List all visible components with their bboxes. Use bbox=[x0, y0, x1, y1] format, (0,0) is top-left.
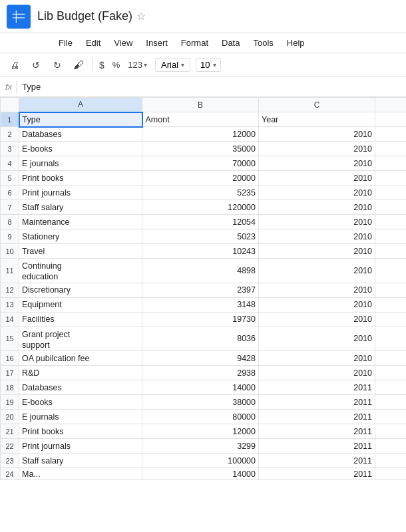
cell-type[interactable]: Stationery bbox=[19, 229, 142, 244]
cell-amount[interactable]: 2397 bbox=[142, 283, 259, 297]
cell-type[interactable]: Print books bbox=[19, 171, 142, 186]
col-c-header[interactable]: C bbox=[259, 98, 375, 112]
undo-button[interactable]: ↺ bbox=[27, 56, 45, 74]
cell-year[interactable]: 2010 bbox=[259, 229, 375, 244]
cell-amount[interactable]: 3299 bbox=[142, 439, 259, 454]
cell-type[interactable]: OA pubilcation fee bbox=[19, 351, 142, 366]
cell-year[interactable]: 2010 bbox=[259, 171, 375, 186]
cell-amount[interactable]: 14000 bbox=[142, 380, 259, 395]
percent-format-button[interactable]: % bbox=[110, 59, 123, 71]
cell-year[interactable]: 2010 bbox=[259, 127, 375, 142]
cell-amount[interactable]: 38000 bbox=[142, 395, 259, 410]
cell-year[interactable]: 2010 bbox=[259, 312, 375, 327]
cell-amount[interactable]: 10243 bbox=[142, 244, 259, 259]
table-row: 7Staff salary1200002010 bbox=[1, 200, 407, 215]
cell-amount[interactable]: 3148 bbox=[142, 297, 259, 312]
menu-format[interactable]: Format bbox=[176, 37, 214, 49]
cell-type[interactable]: R&D bbox=[19, 366, 142, 380]
cell-type[interactable]: E-books bbox=[19, 395, 142, 410]
cell-year[interactable]: 2010 bbox=[259, 244, 375, 259]
cell-type[interactable]: Maintenance bbox=[19, 215, 142, 229]
cell-type[interactable]: Facilities bbox=[19, 312, 142, 327]
cell-year[interactable]: 2010 bbox=[259, 142, 375, 156]
cell-empty bbox=[375, 142, 407, 156]
cell-type[interactable]: Discretionary bbox=[19, 283, 142, 297]
cell-amount[interactable]: 35000 bbox=[142, 142, 259, 156]
cell-year[interactable]: 2010 bbox=[259, 283, 375, 297]
table-row: 24Ma...140002011 bbox=[1, 468, 407, 480]
dollar-format-button[interactable]: $ bbox=[97, 59, 107, 72]
cell-year[interactable]: 2011 bbox=[259, 454, 375, 468]
cell-year[interactable]: 2010 bbox=[259, 156, 375, 171]
font-selector[interactable]: Arial ▾ bbox=[155, 58, 190, 72]
cell-amount[interactable]: 70000 bbox=[142, 156, 259, 171]
cell-amount[interactable]: Amont bbox=[142, 112, 259, 127]
cell-year[interactable]: 2011 bbox=[259, 380, 375, 395]
formula-content[interactable]: Type bbox=[22, 82, 41, 92]
cell-amount[interactable]: 8036 bbox=[142, 327, 259, 351]
col-a-header[interactable]: A bbox=[19, 98, 142, 112]
cell-type[interactable]: Staff salary bbox=[19, 200, 142, 215]
cell-type[interactable]: Equipment bbox=[19, 297, 142, 312]
print-button[interactable]: 🖨 bbox=[5, 56, 24, 74]
menu-view[interactable]: View bbox=[108, 37, 138, 49]
cell-amount[interactable]: 14000 bbox=[142, 468, 259, 480]
cell-year[interactable]: 2011 bbox=[259, 395, 375, 410]
menu-data[interactable]: Data bbox=[216, 37, 245, 49]
cell-year[interactable]: 2010 bbox=[259, 215, 375, 229]
cell-year[interactable]: 2011 bbox=[259, 439, 375, 454]
cell-year[interactable]: Year bbox=[259, 112, 375, 127]
cell-type[interactable]: Continuingeducation bbox=[19, 259, 142, 283]
cell-amount[interactable]: 5023 bbox=[142, 229, 259, 244]
cell-year[interactable]: 2010 bbox=[259, 297, 375, 312]
cell-amount[interactable]: 12054 bbox=[142, 215, 259, 229]
cell-type[interactable]: Staff salary bbox=[19, 454, 142, 468]
cell-type[interactable]: Databases bbox=[19, 127, 142, 142]
row-number: 6 bbox=[1, 186, 19, 200]
cell-amount[interactable]: 80000 bbox=[142, 410, 259, 424]
cell-year[interactable]: 2011 bbox=[259, 424, 375, 439]
cell-type[interactable]: Print journals bbox=[19, 439, 142, 454]
cell-amount[interactable]: 120000 bbox=[142, 200, 259, 215]
cell-year[interactable]: 2011 bbox=[259, 410, 375, 424]
cell-year[interactable]: 2010 bbox=[259, 259, 375, 283]
cell-year[interactable]: 2010 bbox=[259, 327, 375, 351]
cell-amount[interactable]: 12000 bbox=[142, 127, 259, 142]
cell-type[interactable]: E-books bbox=[19, 142, 142, 156]
cell-amount[interactable]: 20000 bbox=[142, 171, 259, 186]
cell-type[interactable]: E journals bbox=[19, 410, 142, 424]
font-size-selector[interactable]: 10 ▾ bbox=[196, 58, 220, 72]
col-b-header[interactable]: B bbox=[142, 98, 259, 112]
cell-amount[interactable]: 4898 bbox=[142, 259, 259, 283]
cell-year[interactable]: 2010 bbox=[259, 200, 375, 215]
cell-amount[interactable]: 19730 bbox=[142, 312, 259, 327]
redo-button[interactable]: ↻ bbox=[48, 56, 67, 74]
menu-help[interactable]: Help bbox=[282, 37, 310, 49]
cell-amount[interactable]: 12000 bbox=[142, 424, 259, 439]
cell-year[interactable]: 2010 bbox=[259, 366, 375, 380]
cell-empty bbox=[375, 297, 407, 312]
menu-file[interactable]: File bbox=[53, 37, 78, 49]
number-format-button[interactable]: 123 ▾ bbox=[125, 59, 150, 71]
cell-type[interactable]: Print books bbox=[19, 424, 142, 439]
cell-type[interactable]: Ma... bbox=[19, 468, 142, 480]
cell-type[interactable]: Type bbox=[19, 112, 142, 127]
cell-amount[interactable]: 9428 bbox=[142, 351, 259, 366]
cell-year[interactable]: 2010 bbox=[259, 351, 375, 366]
cell-amount[interactable]: 2938 bbox=[142, 366, 259, 380]
menu-insert[interactable]: Insert bbox=[140, 37, 173, 49]
cell-amount[interactable]: 100000 bbox=[142, 454, 259, 468]
cell-amount[interactable]: 5235 bbox=[142, 186, 259, 200]
menu-edit[interactable]: Edit bbox=[81, 37, 106, 49]
cell-type[interactable]: Databases bbox=[19, 380, 142, 395]
cell-year[interactable]: 2011 bbox=[259, 468, 375, 480]
cell-type[interactable]: Travel bbox=[19, 244, 142, 259]
cell-type[interactable]: E journals bbox=[19, 156, 142, 171]
paintformat-button[interactable]: 🖌 bbox=[69, 56, 88, 74]
cell-year[interactable]: 2010 bbox=[259, 186, 375, 200]
cell-type[interactable]: Print journals bbox=[19, 186, 142, 200]
star-icon[interactable]: ☆ bbox=[136, 10, 146, 23]
menu-tools[interactable]: Tools bbox=[248, 37, 278, 49]
row-number: 7 bbox=[1, 200, 19, 215]
cell-type[interactable]: Grant projectsupport bbox=[19, 327, 142, 351]
